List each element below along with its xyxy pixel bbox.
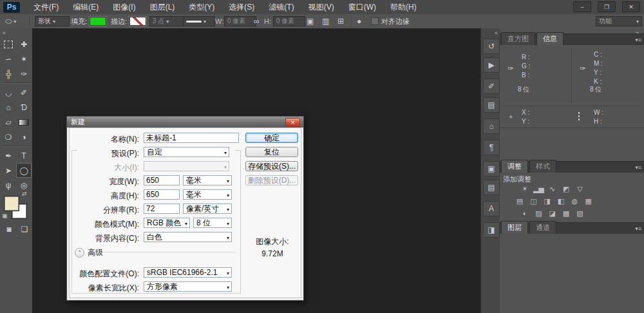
path-operations-button[interactable]: ▣ bbox=[307, 16, 314, 26]
magic-wand-tool[interactable]: ✶ bbox=[16, 52, 32, 66]
dialog-title-bar[interactable]: 新建 bbox=[67, 117, 303, 128]
restore-button[interactable]: ❐ bbox=[598, 1, 616, 12]
layer-comps-panel-icon[interactable]: ▣ bbox=[483, 161, 500, 176]
gradient-tool[interactable] bbox=[16, 115, 32, 129]
color-profile-select[interactable]: sRGB IEC61966-2.1 ▾ bbox=[144, 267, 232, 278]
menu-image[interactable]: 图像(I) bbox=[106, 0, 142, 14]
menu-window[interactable]: 窗口(W) bbox=[341, 0, 383, 14]
quick-mask-button[interactable]: ◙ bbox=[1, 222, 17, 236]
menu-select[interactable]: 选择(S) bbox=[222, 0, 261, 14]
vibrance-icon[interactable]: ▽ bbox=[574, 185, 585, 194]
paragraph-styles-panel-icon[interactable]: ▤ bbox=[483, 180, 500, 195]
dodge-tool[interactable]: ◑ bbox=[16, 129, 32, 144]
clone-source-panel-icon[interactable]: ⌂ bbox=[483, 119, 500, 134]
stroke-color-swatch[interactable] bbox=[129, 16, 146, 26]
geometry-options-button[interactable]: ● bbox=[357, 16, 361, 26]
reset-button[interactable]: 复位 bbox=[245, 147, 298, 157]
path-alignment-button[interactable]: ▥ bbox=[322, 16, 329, 26]
eyedropper-tool[interactable]: ✑ bbox=[16, 66, 32, 81]
mini-bridge-panel-icon[interactable]: ◨ bbox=[483, 222, 500, 238]
shape-width-field[interactable]: 0 像素 bbox=[224, 16, 256, 26]
paragraph-panel-icon[interactable]: ¶ bbox=[483, 140, 500, 155]
menu-layer[interactable]: 图层(L) bbox=[143, 0, 182, 14]
foreground-color-swatch[interactable] bbox=[4, 196, 19, 211]
resolution-input[interactable] bbox=[144, 204, 180, 214]
advanced-toggle-icon[interactable]: ⌃ bbox=[75, 248, 84, 258]
lasso-tool[interactable]: ∽ bbox=[1, 52, 16, 66]
stroke-type-select[interactable]: ▾ bbox=[183, 16, 215, 26]
menu-view[interactable]: 视图(V) bbox=[301, 0, 341, 14]
fill-color-swatch[interactable] bbox=[90, 16, 106, 26]
panel-menu-icon[interactable]: ▾≡ bbox=[635, 37, 641, 43]
color-mode-select[interactable]: RGB 颜色 ▾ bbox=[144, 218, 190, 228]
hue-saturation-icon[interactable]: ▤ bbox=[514, 197, 526, 206]
panel-menu-icon[interactable]: ▾≡ bbox=[635, 225, 641, 232]
tool-preset-picker[interactable]: ⬭ ▾ bbox=[5, 16, 16, 26]
brush-panel-icon[interactable]: ✐ bbox=[483, 79, 500, 94]
menu-file[interactable]: 文件(F) bbox=[26, 0, 66, 14]
invert-icon[interactable]: ◐ bbox=[519, 209, 531, 218]
tab-histogram[interactable]: 直方图 bbox=[501, 32, 535, 45]
save-preset-button[interactable]: 存储预设(S)... bbox=[245, 161, 298, 171]
height-unit-select[interactable]: 毫米 ▾ bbox=[183, 189, 232, 200]
preset-select[interactable]: 自定 ▾ bbox=[144, 147, 229, 157]
workspace-switcher[interactable]: 功能 ▾ bbox=[596, 16, 642, 26]
curves-icon[interactable]: ∿ bbox=[547, 185, 558, 194]
stroke-width-field[interactable]: 3 点 ▾ bbox=[149, 16, 184, 26]
character-panel-icon[interactable]: A bbox=[483, 201, 500, 216]
brush-presets-panel-icon[interactable]: ▤ bbox=[483, 97, 500, 113]
menu-type[interactable]: 类型(Y) bbox=[182, 0, 222, 14]
posterize-icon[interactable]: ▨ bbox=[533, 209, 544, 218]
menu-help[interactable]: 帮助(H) bbox=[383, 0, 424, 14]
path-selection-tool[interactable]: ➤ bbox=[1, 163, 16, 178]
clone-stamp-tool[interactable]: ⌂ bbox=[1, 100, 16, 115]
actions-panel-icon[interactable]: ▶ bbox=[483, 57, 500, 73]
selective-color-icon[interactable]: ▧ bbox=[574, 209, 585, 218]
brush-tool[interactable]: ✐ bbox=[16, 85, 32, 100]
menu-filter[interactable]: 滤镜(T) bbox=[261, 0, 301, 14]
menu-edit[interactable]: 编辑(E) bbox=[66, 0, 106, 14]
minimize-button[interactable]: – bbox=[573, 1, 591, 12]
tab-layers[interactable]: 图层 bbox=[501, 221, 528, 234]
width-unit-select[interactable]: 毫米 ▾ bbox=[183, 175, 232, 185]
gradient-map-icon[interactable]: ▩ bbox=[560, 209, 572, 218]
close-button[interactable]: ✕ bbox=[622, 1, 640, 12]
path-arrangement-button[interactable]: ⊞ bbox=[337, 16, 344, 26]
ok-button[interactable]: 确定 bbox=[245, 133, 298, 143]
height-input[interactable] bbox=[144, 189, 180, 200]
photo-filter-icon[interactable]: ◧ bbox=[555, 197, 567, 206]
history-brush-tool[interactable]: Ɗ bbox=[16, 100, 32, 115]
align-edges-checkbox[interactable]: 对齐边缘 bbox=[371, 16, 410, 26]
advanced-section-header[interactable]: ⌃ 高级 bbox=[75, 247, 103, 258]
crop-tool[interactable]: ╬ bbox=[1, 66, 16, 81]
channel-mixer-icon[interactable]: ◍ bbox=[569, 197, 580, 206]
shape-mode-select[interactable]: 形状 ▾ bbox=[35, 16, 70, 26]
spot-healing-brush-tool[interactable]: ◡ bbox=[1, 85, 16, 100]
panel-menu-icon[interactable]: ▾≡ bbox=[635, 164, 641, 171]
tab-channels[interactable]: 通道 bbox=[529, 221, 556, 234]
exposure-icon[interactable]: ◩ bbox=[560, 185, 572, 194]
pixel-aspect-ratio-select[interactable]: 方形像素 ▾ bbox=[144, 281, 232, 292]
default-colors-icon[interactable]: ▣ bbox=[2, 213, 8, 219]
screen-mode-button[interactable]: ❏ bbox=[17, 222, 32, 236]
background-contents-select[interactable]: 白色 ▾ bbox=[144, 232, 232, 242]
tab-styles[interactable]: 样式 bbox=[529, 160, 556, 173]
color-lookup-icon[interactable]: ▦ bbox=[583, 197, 594, 206]
dialog-close-button[interactable]: ✕ bbox=[285, 118, 300, 127]
levels-icon[interactable]: ▂▅ bbox=[533, 185, 544, 194]
threshold-icon[interactable]: ◪ bbox=[547, 209, 558, 218]
blur-tool[interactable]: ❍ bbox=[1, 129, 16, 144]
rectangular-marquee-tool[interactable] bbox=[1, 37, 16, 52]
pen-tool[interactable]: ✒ bbox=[1, 148, 16, 163]
swap-colors-icon[interactable]: ⇄ bbox=[22, 191, 27, 197]
collapse-tools-icon[interactable]: « bbox=[3, 30, 6, 36]
resolution-unit-select[interactable]: 像素/英寸 ▾ bbox=[183, 204, 232, 214]
history-panel-icon[interactable]: ↺ bbox=[483, 39, 500, 54]
expand-dock-icon[interactable]: « bbox=[495, 30, 498, 36]
width-input[interactable] bbox=[144, 175, 180, 185]
move-tool[interactable]: ✚ bbox=[16, 37, 32, 52]
name-input[interactable] bbox=[144, 133, 239, 143]
tab-info[interactable]: 信息 bbox=[536, 32, 564, 45]
tab-adjustments[interactable]: 调整 bbox=[501, 160, 528, 173]
shape-height-field[interactable]: 0 像素 bbox=[273, 16, 305, 26]
